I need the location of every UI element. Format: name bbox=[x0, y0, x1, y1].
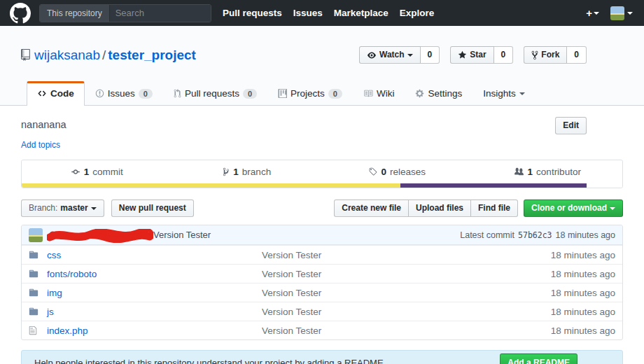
language-bar[interactable] bbox=[22, 183, 622, 188]
github-logo-icon[interactable] bbox=[10, 3, 31, 24]
watch-button[interactable]: Watch bbox=[359, 46, 421, 64]
watch-count[interactable]: 0 bbox=[421, 46, 440, 64]
commit-sha[interactable]: 57b62c3 bbox=[518, 230, 552, 240]
upload-files-button[interactable]: Upload files bbox=[408, 200, 471, 217]
latest-commit-bar: Version Tester Latest commit 57b62c3 18 … bbox=[22, 225, 622, 245]
add-topics-link[interactable]: Add topics bbox=[21, 140, 60, 150]
table-row: index.php Version Tester 18 minutes ago bbox=[22, 321, 622, 340]
table-row: js Version Tester 18 minutes ago bbox=[22, 302, 622, 321]
create-new-file-button[interactable]: Create new file bbox=[334, 200, 409, 217]
nav-issues[interactable]: Issues bbox=[293, 8, 323, 18]
commit-author-avatar[interactable] bbox=[29, 228, 43, 242]
redaction-scribble bbox=[47, 229, 153, 243]
commit-message-link[interactable]: Version Tester bbox=[153, 230, 211, 240]
description-row: nananana Edit bbox=[21, 117, 587, 134]
star-button[interactable]: Star bbox=[450, 46, 493, 64]
contributors-stat[interactable]: 1contributor bbox=[472, 167, 623, 177]
repo-icon bbox=[21, 49, 30, 61]
latest-commit-label: Latest commit bbox=[460, 230, 514, 240]
tab-code[interactable]: Code bbox=[27, 81, 85, 106]
nav-explore[interactable]: Explore bbox=[400, 8, 435, 18]
commit-author: Version Tester bbox=[29, 228, 211, 242]
nav-marketplace[interactable]: Marketplace bbox=[334, 8, 388, 18]
repo-description: nananana bbox=[21, 117, 66, 130]
search-input[interactable] bbox=[110, 5, 211, 22]
repo-title-row: wijaksanab/tester_project Watch 0 Star 0 bbox=[21, 38, 587, 71]
releases-stat[interactable]: 0releases bbox=[322, 167, 472, 177]
projects-counter: 0 bbox=[328, 89, 342, 99]
create-new-menu[interactable]: + bbox=[586, 7, 599, 19]
chevron-down-icon bbox=[91, 207, 97, 210]
fork-button[interactable]: Fork bbox=[524, 46, 567, 64]
commits-stat[interactable]: 1commit bbox=[22, 167, 172, 177]
table-row: css Version Tester 18 minutes ago bbox=[22, 245, 622, 264]
user-menu[interactable] bbox=[610, 6, 633, 20]
repo-name-link[interactable]: tester_project bbox=[108, 48, 196, 62]
star-count[interactable]: 0 bbox=[494, 46, 514, 64]
folder-icon bbox=[29, 269, 47, 279]
chevron-down-icon bbox=[519, 92, 525, 95]
issues-counter: 0 bbox=[139, 89, 153, 99]
file-commit-message[interactable]: Version Tester bbox=[262, 307, 524, 317]
table-row: fonts/roboto Version Tester 18 minutes a… bbox=[22, 264, 622, 283]
repo-owner-link[interactable]: wijaksanab bbox=[34, 48, 100, 62]
user-avatar bbox=[610, 6, 624, 20]
files-box: Version Tester Latest commit 57b62c3 18 … bbox=[21, 225, 623, 340]
file-commit-message[interactable]: Version Tester bbox=[262, 326, 524, 336]
language-segment bbox=[400, 183, 587, 188]
file-link[interactable]: css bbox=[47, 250, 61, 260]
fork-count[interactable]: 0 bbox=[567, 46, 587, 64]
add-readme-button[interactable]: Add a README bbox=[500, 354, 578, 364]
chevron-down-icon bbox=[610, 207, 615, 210]
file-commit-message[interactable]: Version Tester bbox=[262, 250, 524, 260]
tab-settings[interactable]: Settings bbox=[405, 81, 472, 105]
fork-icon bbox=[531, 50, 538, 60]
watch-group: Watch 0 bbox=[359, 46, 440, 64]
top-navbar: This repository Pull requests Issues Mar… bbox=[0, 0, 644, 26]
tab-pull-requests[interactable]: Pull requests0 bbox=[163, 81, 267, 105]
file-age: 18 minutes ago bbox=[524, 269, 615, 279]
clone-or-download-button[interactable]: Clone or download bbox=[524, 200, 623, 217]
tab-insights[interactable]: Insights bbox=[472, 81, 536, 105]
tab-projects[interactable]: Projects0 bbox=[267, 81, 353, 105]
table-row: img Version Tester 18 minutes ago bbox=[22, 283, 622, 302]
file-actions-right: Create new file Upload files Find file C… bbox=[334, 200, 623, 217]
chevron-down-icon bbox=[594, 12, 599, 15]
branch-select-button[interactable]: Branch: master bbox=[21, 200, 104, 217]
navbar-right: + bbox=[586, 6, 633, 20]
find-file-button[interactable]: Find file bbox=[470, 200, 518, 217]
git-commit-icon bbox=[71, 167, 80, 176]
repo-tabs: Code Issues0 Pull requests0 Projects0 Wi… bbox=[21, 81, 587, 105]
language-segment bbox=[22, 183, 400, 188]
file-buttons-group: Create new file Upload files Find file bbox=[334, 200, 518, 217]
social-actions: Watch 0 Star 0 Fork 0 bbox=[359, 46, 587, 64]
folder-icon bbox=[29, 307, 47, 316]
file-link[interactable]: js bbox=[47, 307, 54, 317]
file-commit-message[interactable]: Version Tester bbox=[262, 269, 524, 279]
repo-header: wijaksanab/tester_project Watch 0 Star 0 bbox=[0, 26, 644, 106]
branches-stat[interactable]: 1branch bbox=[172, 167, 323, 177]
file-link[interactable]: index.php bbox=[47, 326, 88, 336]
chevron-down-icon bbox=[407, 54, 413, 57]
tab-wiki[interactable]: Wiki bbox=[353, 81, 405, 105]
repo-content: nananana Edit Add topics 1commit 1branch… bbox=[21, 117, 623, 364]
new-pull-request-button[interactable]: New pull request bbox=[111, 200, 194, 217]
fork-group: Fork 0 bbox=[524, 46, 587, 64]
code-icon bbox=[37, 89, 47, 98]
file-age: 18 minutes ago bbox=[524, 250, 615, 260]
file-age: 18 minutes ago bbox=[524, 326, 615, 336]
tag-icon bbox=[368, 167, 377, 176]
edit-description-button[interactable]: Edit bbox=[555, 117, 587, 134]
tab-issues[interactable]: Issues0 bbox=[85, 81, 163, 105]
nav-pull-requests[interactable]: Pull requests bbox=[223, 8, 282, 18]
file-commit-message[interactable]: Version Tester bbox=[262, 288, 524, 298]
star-icon bbox=[458, 50, 467, 59]
file-link[interactable]: img bbox=[47, 288, 62, 298]
issue-opened-icon bbox=[95, 89, 104, 98]
readme-banner-text: Help people interested in this repositor… bbox=[34, 358, 386, 364]
commit-time: 18 minutes ago bbox=[556, 230, 615, 240]
file-link[interactable]: fonts/roboto bbox=[47, 269, 97, 279]
pull-requests-counter: 0 bbox=[243, 89, 257, 99]
people-icon bbox=[514, 167, 524, 176]
page-title: wijaksanab/tester_project bbox=[34, 48, 196, 63]
